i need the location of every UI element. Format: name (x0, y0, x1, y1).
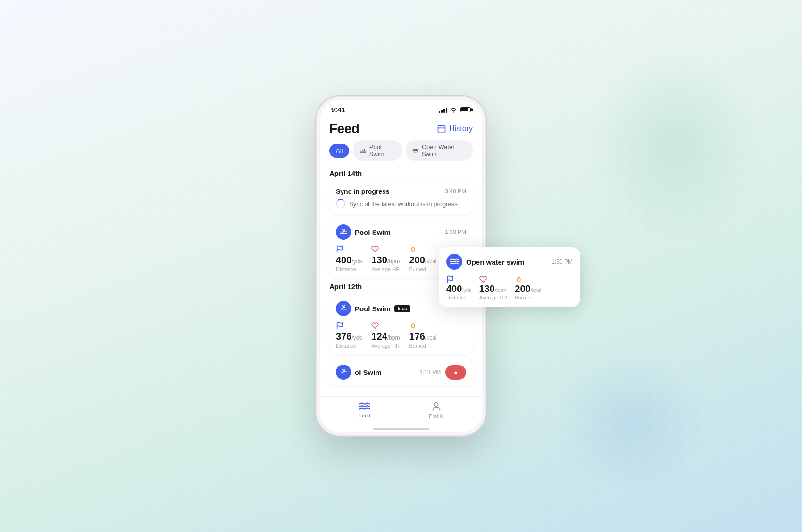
float-workout-time: 1:30 PM (551, 258, 573, 265)
stat-cal-unit: /kcal (425, 258, 437, 265)
stat-calories: 200/kcal Burned (409, 245, 436, 272)
float-workout-name: Open water swim (466, 258, 524, 266)
home-indicator (373, 428, 429, 430)
workout-title-row-2: Pool Swim Inco (336, 301, 410, 316)
stat-hr: 130/bpm Average HR (371, 245, 400, 272)
nav-profile[interactable]: Profile (429, 401, 443, 419)
float-title-row: Open water swim (446, 254, 524, 270)
float-dist-value: 400 (446, 283, 462, 294)
stat-hr-unit: /bpm (387, 258, 400, 265)
partial-workout-name: ol Swim (355, 368, 382, 376)
flame-icon-2 (409, 322, 417, 329)
stat-hr-label: Average HR (371, 266, 400, 272)
float-dist-label: Distance (446, 295, 472, 300)
float-flame-icon (515, 275, 522, 283)
stat-hr-value: 130 (371, 255, 387, 265)
app-header: Feed History (320, 116, 482, 140)
status-time: 9:41 (331, 106, 345, 114)
svg-rect-0 (438, 125, 445, 133)
status-icons (439, 107, 471, 113)
float-cal-unit: /kcal (531, 287, 542, 293)
float-hr-unit: /bpm (495, 287, 506, 293)
filter-tabs: All Pool Swim (320, 140, 482, 167)
float-cal-label: Burned (515, 295, 541, 300)
nav-feed-label: Feed (359, 413, 370, 418)
workout-card-header: Pool Swim 1:30 PM (336, 224, 466, 240)
stat-hr-2: 124/bpm Average HR (371, 322, 400, 349)
stat-dist2-unit: /yds (351, 334, 362, 341)
float-card-header: Open water swim 1:30 PM (446, 254, 573, 270)
sync-card-header: Sync in progress 3:48 PM (336, 188, 466, 195)
filter-openwater-label: Open Water Swim (422, 143, 466, 158)
float-dist-unit: /yds (462, 287, 471, 293)
float-hr-value: 130 (479, 283, 495, 294)
incomplete-badge: Inco (394, 305, 411, 312)
sync-time: 3:48 PM (445, 188, 466, 195)
scene-container: 9:41 (316, 96, 486, 436)
nav-profile-label: Profile (429, 413, 443, 419)
svg-point-6 (434, 403, 438, 406)
stat-cal2-value: 176 (409, 331, 425, 341)
float-stat-hr: 130/bpm Average HR (479, 275, 508, 300)
workout-time-april14: 1:30 PM (445, 229, 466, 235)
workout-stats-april12: 376/yds Distance (336, 322, 466, 349)
stat-hr2-value: 124 (371, 331, 387, 341)
battery-icon (460, 107, 471, 112)
float-stat-cal: 200/kcal Burned (515, 275, 541, 300)
stat-hr2-label: Average HR (371, 343, 400, 349)
partial-workout-card[interactable]: ol Swim 1:13 PM ● (329, 359, 473, 385)
stat-cal2-unit: /kcal (425, 334, 437, 341)
sync-title: Sync in progress (336, 188, 390, 195)
pool-swim-workout-icon (336, 224, 351, 240)
flag-icon-2 (336, 322, 343, 329)
wifi-icon (450, 107, 457, 113)
open-water-icon (412, 148, 419, 153)
float-hr-label: Average HR (479, 295, 508, 300)
stat-cal-value: 200 (409, 255, 425, 265)
calendar-icon (437, 124, 446, 133)
sync-spinner-icon (336, 199, 345, 208)
pool-swim-workout-icon-2 (336, 301, 351, 316)
float-cal-value: 200 (515, 283, 530, 294)
filter-all-label: All (336, 147, 343, 154)
nav-feed[interactable]: Feed (359, 402, 371, 418)
workout-name-april14: Pool Swim (355, 228, 391, 236)
partial-action-button[interactable]: ● (445, 365, 466, 380)
filter-tab-pool-swim[interactable]: Pool Swim (353, 140, 401, 161)
pool-swim-icon (359, 148, 366, 153)
float-stat-distance: 400/yds Distance (446, 275, 472, 300)
stat-cal-2: 176/kcal Burned (409, 322, 436, 349)
float-stats: 400/yds Distance 130/bpm Average HR 200/… (446, 275, 573, 300)
status-bar: 9:41 (320, 100, 482, 116)
history-label: History (449, 125, 473, 133)
page-title: Feed (329, 121, 359, 136)
sync-body: Sync of the latest workout is in progres… (336, 199, 466, 208)
filter-pool-label: Pool Swim (369, 143, 395, 158)
floating-open-water-card[interactable]: Open water swim 1:30 PM 400/yds Distance (439, 247, 580, 307)
open-water-float-icon (446, 254, 462, 270)
bg-decoration-1 (585, 47, 764, 245)
stat-hr2-unit: /bpm (387, 334, 400, 341)
bg-decoration-2 (557, 353, 708, 494)
heart-icon (371, 245, 379, 253)
workout-title-row: Pool Swim (336, 224, 391, 240)
filter-tab-all[interactable]: All (329, 144, 349, 158)
flame-icon (409, 245, 417, 253)
sync-card: Sync in progress 3:48 PM Sync of the lat… (329, 182, 473, 214)
date-header-april14: April 14th (329, 169, 473, 177)
stat-dist2-label: Distance (336, 343, 362, 349)
stat-cal2-label: Burned (409, 343, 436, 349)
partial-card-left: ol Swim (336, 365, 382, 380)
filter-tab-open-water[interactable]: Open Water Swim (406, 140, 473, 161)
signal-icon (439, 107, 447, 113)
sync-body-text: Sync of the latest workout is in progres… (349, 200, 458, 208)
heart-icon-2 (371, 322, 379, 329)
profile-nav-icon (431, 401, 442, 412)
feed-nav-icon (359, 402, 371, 411)
stat-distance: 400/yds Distance (336, 245, 362, 272)
stat-dist2-value: 376 (336, 331, 351, 341)
history-button[interactable]: History (437, 124, 473, 133)
stat-distance-label: Distance (336, 266, 362, 272)
float-flag-icon (446, 275, 454, 283)
stat-distance-unit: /yds (351, 258, 362, 265)
